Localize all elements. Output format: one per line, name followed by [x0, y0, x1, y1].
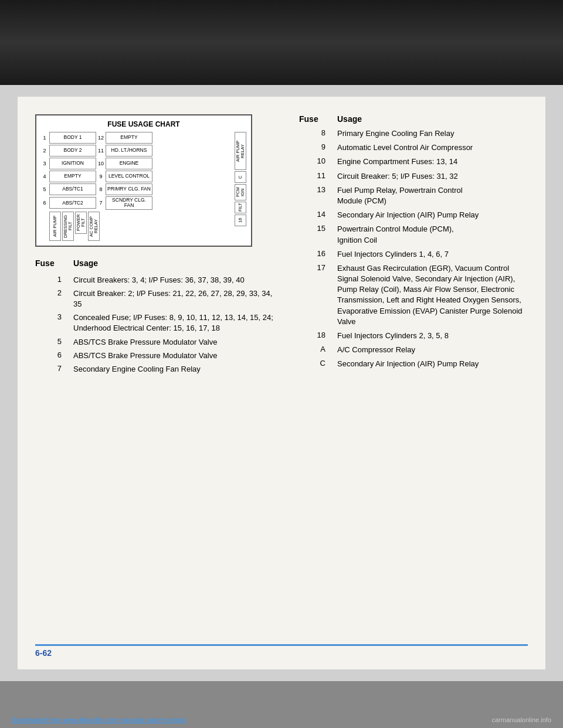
left-panel: FUSE USAGE CHART 1 BODY 1 12 EMPTY 2	[35, 114, 282, 635]
diagram-row-5: 5 ABS/TC1 8 PRIMRY CLG. FAN	[41, 183, 232, 195]
left-usage-6: ABS/TCS Brake Pressure Modulator Valve	[73, 351, 282, 361]
right-row-8: 8 Primary Engine Cooling Fan Relay	[299, 128, 528, 139]
vert-box-filt: FILT	[235, 202, 246, 213]
fuse-box-scndryclg: SCNDRY CLG. FAN	[106, 196, 152, 210]
right-fuse-9: 9	[299, 142, 325, 151]
right-usage-16: Fuel Injectors Cylinders 1, 4, 6, 7	[337, 249, 528, 260]
bottom-link[interactable]: Downloaded from www.Manulife.com manuals…	[12, 716, 186, 723]
fuse-num-12: 12	[97, 135, 104, 141]
right-usage-9: Automatic Level Control Air Compressor	[337, 142, 528, 153]
right-row-11: 11 Circuit Breaker: 5; I/P Fuses: 31, 32	[299, 171, 528, 182]
fuse-num-11: 11	[97, 148, 104, 154]
vert-box-c: C	[235, 171, 246, 183]
right-header-usage: Usage	[337, 114, 362, 124]
diagram-body: 1 BODY 1 12 EMPTY 2 BODY 2 11 HD. LT./HO…	[41, 132, 246, 241]
fuse-box-engine: ENGINE	[106, 158, 152, 169]
left-row-3: 3 Concealed Fuse; I/P Fuses: 8, 9, 10, 1…	[35, 312, 282, 334]
right-usage-17: Exhaust Gas Recirculation (EGR), Vacuum …	[337, 263, 528, 327]
page-footer: 6-62	[35, 644, 528, 658]
diagram-row-2: 2 BODY 2 11 HD. LT./HORNS	[41, 145, 232, 157]
bottom-right-text: carmanualonline.info	[491, 716, 551, 723]
right-fuse-17: 17	[299, 263, 325, 272]
left-row-7: 7 Secondary Engine Cooling Fan Relay	[35, 364, 282, 375]
fuse-num-3: 3	[41, 161, 48, 166]
fuse-num-1: 1	[41, 135, 48, 141]
right-usage-18: Fuel Injectors Cylinders 2, 3, 5, 8	[337, 331, 528, 341]
diagram-right-col: AIR PUMP RELAY C PCM IGN FILT 16	[235, 132, 246, 241]
right-fuse-10: 10	[299, 157, 325, 165]
right-usage-c: Secondary Air Injection (AIR) Pump Relay	[337, 359, 528, 369]
right-row-10: 10 Engine Compartment Fuses: 13, 14	[299, 157, 528, 167]
fuse-box-body2: BODY 2	[49, 145, 96, 157]
left-row-2: 2 Circuit Breaker: 2; I/P Fuses: 21, 22,…	[35, 288, 282, 309]
vert-box-pcmign: PCM IGN	[235, 184, 246, 200]
left-usage-2: Circuit Breaker: 2; I/P Fuses: 21, 22, 2…	[73, 288, 282, 309]
right-row-c: C Secondary Air Injection (AIR) Pump Rel…	[299, 359, 528, 369]
left-fuse-7: 7	[35, 364, 62, 373]
right-fuse-13: 13	[299, 185, 325, 194]
fuse-num-2: 2	[41, 148, 48, 154]
main-content: FUSE USAGE CHART 1 BODY 1 12 EMPTY 2	[18, 97, 545, 669]
bot-box-power: POWER FILT	[75, 212, 87, 234]
right-usage-14: Secondary Air Injection (AIR) Pump Relay	[337, 210, 528, 220]
right-usage-11: Circuit Breaker: 5; I/P Fuses: 31, 32	[337, 171, 528, 182]
right-usage-8: Primary Engine Cooling Fan Relay	[337, 128, 528, 139]
fuse-num-9: 9	[97, 174, 104, 179]
right-row-a: A A/C Compressor Relay	[299, 345, 528, 355]
vert-box-airpumprelay: AIR PUMP RELAY	[235, 132, 246, 170]
right-fuse-15: 15	[299, 224, 325, 233]
right-table-header: Fuse Usage	[299, 114, 528, 124]
fuse-num-10: 10	[97, 161, 104, 166]
fuse-box-primryclg: PRIMRY CLG. FAN	[106, 183, 152, 195]
diagram-row-4: 4 EMPTY 9 LEVEL CONTROL	[41, 171, 232, 182]
right-row-14: 14 Secondary Air Injection (AIR) Pump Re…	[299, 210, 528, 220]
left-header-fuse: Fuse	[35, 258, 62, 268]
fuse-num-5: 5	[41, 186, 48, 192]
diagram-row-3: 3 IGNITION 10 ENGINE	[41, 158, 232, 169]
right-usage-15: Powertrain Control Module (PCM),Ignition…	[337, 224, 528, 245]
right-header-fuse: Fuse	[299, 114, 325, 124]
fuse-box-body1: BODY 1	[49, 132, 96, 144]
page-number: 6-62	[35, 648, 52, 658]
fuse-num-8: 8	[97, 186, 104, 192]
fuse-box-hdlt: HD. LT./HORNS	[106, 145, 152, 157]
right-fuse-18: 18	[299, 331, 325, 339]
diagram-row-1: 1 BODY 1 12 EMPTY	[41, 132, 232, 144]
left-usage-5: ABS/TCS Brake Pressure Modulator Valve	[73, 337, 282, 348]
fuse-diagram: FUSE USAGE CHART 1 BODY 1 12 EMPTY 2	[35, 114, 252, 247]
diagram-left-grid: 1 BODY 1 12 EMPTY 2 BODY 2 11 HD. LT./HO…	[41, 132, 232, 241]
fuse-box-empty12: EMPTY	[106, 132, 152, 144]
left-usage-7: Secondary Engine Cooling Fan Relay	[73, 364, 282, 375]
left-fuse-1: 1	[35, 275, 62, 284]
left-table-header: Fuse Usage	[35, 258, 282, 270]
right-usage-a: A/C Compressor Relay	[337, 345, 528, 355]
left-usage-1: Circuit Breakers: 3, 4; I/P Fuses: 36, 3…	[73, 275, 282, 285]
right-fuse-16: 16	[299, 249, 325, 258]
diagram-bottom-row: AIR PUMP DRESSING FILT POWER FILT AC COM…	[49, 212, 232, 241]
left-row-1: 1 Circuit Breakers: 3, 4; I/P Fuses: 36,…	[35, 275, 282, 285]
left-fuse-3: 3	[35, 312, 62, 321]
left-fuse-2: 2	[35, 288, 62, 297]
right-usage-10: Engine Compartment Fuses: 13, 14	[337, 157, 528, 167]
fuse-box-levelctrl: LEVEL CONTROL	[106, 171, 152, 182]
bot-box-accomp: AC COMP RELAY	[88, 212, 100, 241]
fuse-box-abstc1: ABS/TC1	[49, 183, 96, 195]
vert-box-16: 16	[235, 215, 246, 226]
content-row: FUSE USAGE CHART 1 BODY 1 12 EMPTY 2	[35, 114, 528, 635]
right-row-15: 15 Powertrain Control Module (PCM),Ignit…	[299, 224, 528, 245]
fuse-num-4: 4	[41, 174, 48, 179]
right-fuse-11: 11	[299, 171, 325, 180]
right-fuse-14: 14	[299, 210, 325, 219]
right-fuse-8: 8	[299, 128, 325, 137]
fuse-box-empty4: EMPTY	[49, 171, 96, 182]
bot-box-dressing: DRESSING FILT	[62, 212, 74, 241]
fuse-num-7: 7	[97, 200, 104, 206]
diagram-title: FUSE USAGE CHART	[41, 120, 246, 128]
left-row-6: 6 ABS/TCS Brake Pressure Modulator Valve	[35, 351, 282, 361]
left-fuse-6: 6	[35, 351, 62, 359]
right-row-16: 16 Fuel Injectors Cylinders 1, 4, 6, 7	[299, 249, 528, 260]
bottom-bar: Downloaded from www.Manulife.com manuals…	[0, 681, 563, 728]
right-fuse-c: C	[299, 359, 325, 368]
left-fuse-table: Fuse Usage 1 Circuit Breakers: 3, 4; I/P…	[35, 258, 282, 375]
right-usage-13: Fuel Pump Relay, Powertrain ControlModul…	[337, 185, 528, 206]
